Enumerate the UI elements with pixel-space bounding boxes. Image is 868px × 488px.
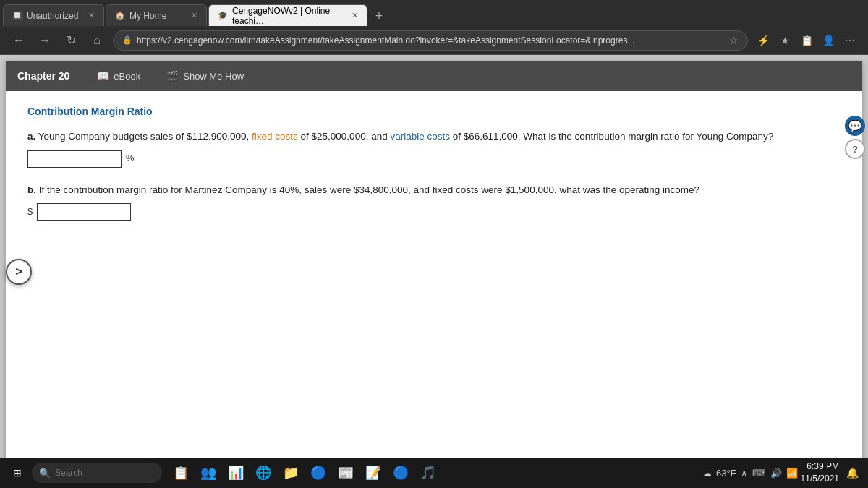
- question-b-input-row: $: [27, 203, 841, 221]
- keyboard-icon[interactable]: ⌨: [752, 468, 766, 479]
- search-input[interactable]: [55, 468, 142, 478]
- tabs-bar: 🔲 Unauthorized ✕ 🏠 My Home ✕ 🎓 CengageNO…: [0, 0, 868, 26]
- system-icons: ☁ 63°F ∧ ⌨ 🔊 📶: [702, 468, 798, 479]
- address-bar-actions: ⚡ ★ 📋 👤 ⋯: [754, 31, 859, 50]
- tab-show-me-how[interactable]: 🎬 Show Me How: [153, 61, 257, 91]
- wifi-icon[interactable]: 📶: [786, 468, 798, 479]
- date: 11/5/2021: [801, 473, 839, 485]
- url-text: https://v2.cengagenow.com/ilrn/takeAssig…: [137, 35, 725, 46]
- side-nav: >: [6, 259, 32, 285]
- question-a-label: a.: [27, 131, 35, 142]
- question-b-label: b.: [27, 184, 36, 195]
- tab-label-2: My Home: [129, 11, 166, 21]
- question-b-text: If the contribution margin ratio for Mar…: [39, 184, 699, 195]
- content-body: Contribution Margin Ratio a. Young Compa…: [6, 91, 862, 482]
- tab-close-3[interactable]: ✕: [352, 11, 358, 20]
- question-a-suffix: %: [126, 151, 135, 166]
- chapter-header: Chapter 20 📖 eBook 🎬 Show Me How: [6, 61, 862, 91]
- header-tabs: 📖 eBook 🎬 Show Me How: [84, 61, 257, 91]
- chevron-up-icon[interactable]: ∧: [741, 468, 748, 479]
- tab-unauthorized[interactable]: 🔲 Unauthorized ✕: [3, 4, 104, 26]
- question-a-input[interactable]: [27, 150, 122, 168]
- help-icon: ?: [852, 144, 858, 155]
- volume-icon[interactable]: 🔊: [770, 468, 782, 479]
- search-icon: 🔍: [39, 468, 51, 479]
- question-a: a. Young Company budgets sales of $112,9…: [27, 129, 841, 168]
- settings-button[interactable]: ⋯: [841, 31, 859, 50]
- chat-button[interactable]: 💬: [845, 116, 865, 136]
- address-bar: ← → ↻ ⌂ 🔒 https://v2.cengagenow.com/ilrn…: [0, 26, 868, 55]
- taskbar-app-1[interactable]: 📋: [168, 460, 194, 486]
- taskbar-app-chrome[interactable]: 🔵: [388, 460, 414, 486]
- chat-icon: 💬: [848, 119, 862, 133]
- tab-favicon-2: 🏠: [115, 11, 125, 20]
- favorites-button[interactable]: ★: [775, 31, 794, 50]
- show-me-how-icon: 🎬: [166, 70, 179, 82]
- tab-close-2[interactable]: ✕: [191, 11, 197, 20]
- question-a-text-middle: of $25,000,000, and: [301, 131, 391, 142]
- ebook-label: eBook: [114, 71, 140, 82]
- taskbar-app-edge[interactable]: 🌐: [250, 460, 276, 486]
- question-b-prefix: $: [27, 205, 33, 220]
- new-tab-button[interactable]: +: [369, 6, 389, 26]
- chapter-title: Chapter 20: [17, 70, 84, 82]
- question-a-variable-text: variable costs: [390, 131, 450, 142]
- question-a-input-row: %: [27, 150, 841, 168]
- back-button[interactable]: ←: [9, 30, 29, 51]
- collections-button[interactable]: 📋: [797, 31, 816, 50]
- notification-icon: 🔔: [846, 467, 859, 479]
- help-button[interactable]: ?: [845, 139, 865, 159]
- taskbar-app-teams[interactable]: 👥: [195, 460, 221, 486]
- right-icons: 💬 ?: [842, 113, 868, 162]
- extensions-button[interactable]: ⚡: [754, 31, 773, 50]
- weather-icon: ☁: [702, 468, 712, 479]
- taskbar-app-ie[interactable]: 🔵: [305, 460, 331, 486]
- show-me-how-label: Show Me How: [183, 71, 244, 82]
- question-a-text-after: of $66,611,000. What is the contribution…: [453, 131, 774, 142]
- taskbar-icons: 📋 👥 📊 🌐 📁 🔵 📰 📝 🔵 🎵: [168, 460, 441, 486]
- taskbar-search[interactable]: 🔍: [32, 463, 162, 483]
- tab-cengage[interactable]: 🎓 CengageNOWv2 | Online teachi… ✕: [208, 4, 367, 26]
- next-button[interactable]: >: [6, 259, 32, 285]
- taskbar-app-outlook[interactable]: 📝: [360, 460, 386, 486]
- question-b: b. If the contribution margin ratio for …: [27, 182, 841, 221]
- home-button[interactable]: ⌂: [87, 30, 107, 51]
- tab-close-1[interactable]: ✕: [88, 11, 95, 20]
- tab-ebook[interactable]: 📖 eBook: [84, 61, 153, 91]
- taskbar-app-excel[interactable]: 📊: [223, 460, 249, 486]
- main-panel: Chapter 20 📖 eBook 🎬 Show Me How: [6, 61, 862, 482]
- profile-button[interactable]: 👤: [819, 31, 838, 50]
- section-title: Contribution Margin Ratio: [27, 106, 841, 117]
- clock[interactable]: 6:39 PM 11/5/2021: [801, 461, 839, 485]
- lock-icon: 🔒: [122, 35, 132, 45]
- taskbar-app-files[interactable]: 📁: [278, 460, 304, 486]
- ebook-icon: 📖: [97, 70, 109, 82]
- tab-favicon-3: 🎓: [218, 11, 228, 20]
- refresh-button[interactable]: ↻: [61, 30, 81, 51]
- start-icon: ⊞: [13, 467, 22, 479]
- forward-button[interactable]: →: [35, 30, 55, 51]
- question-a-text-before: Young Company budgets sales of $112,900,…: [38, 131, 252, 142]
- start-button[interactable]: ⊞: [6, 461, 29, 484]
- notification-button[interactable]: 🔔: [842, 463, 862, 483]
- temperature: 63°F: [716, 468, 736, 479]
- taskbar-app-music[interactable]: 🎵: [415, 460, 441, 486]
- taskbar-app-onenote[interactable]: 📰: [333, 460, 359, 486]
- tab-favicon-1: 🔲: [12, 11, 22, 20]
- tab-label-3: CengageNOWv2 | Online teachi…: [232, 6, 347, 26]
- page-area: Chapter 20 📖 eBook 🎬 Show Me How: [0, 55, 868, 488]
- taskbar: ⊞ 🔍 📋 👥 📊 🌐 📁 🔵 📰 📝 🔵 🎵 ☁ 63°F ∧ ⌨ 🔊 📶: [0, 458, 868, 488]
- tab-label-1: Unauthorized: [27, 11, 78, 21]
- url-star-icon: ☆: [729, 35, 739, 46]
- url-bar[interactable]: 🔒 https://v2.cengagenow.com/ilrn/takeAss…: [113, 30, 748, 51]
- tab-myhome[interactable]: 🏠 My Home ✕: [106, 4, 207, 26]
- question-b-input[interactable]: [37, 203, 131, 221]
- question-a-fixed-text: fixed costs: [252, 131, 298, 142]
- time: 6:39 PM: [801, 461, 839, 473]
